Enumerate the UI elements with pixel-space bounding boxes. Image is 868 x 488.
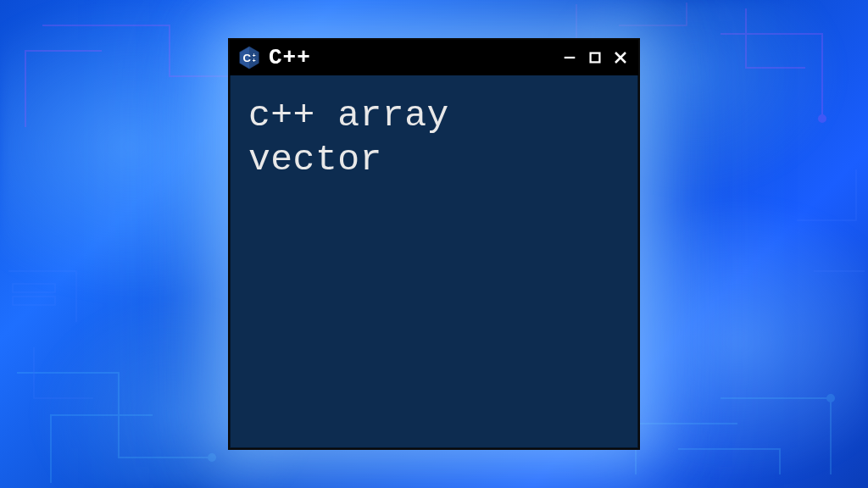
titlebar: C + + C++ bbox=[230, 40, 638, 75]
terminal-line-2: vector bbox=[248, 138, 620, 182]
window-title: C++ bbox=[269, 45, 554, 70]
cpp-icon: C + + bbox=[236, 45, 262, 70]
terminal-window: C + + C++ c++ array vector bbox=[228, 38, 640, 450]
terminal-body: c++ array vector bbox=[230, 75, 638, 200]
svg-text:+: + bbox=[253, 58, 256, 64]
svg-point-0 bbox=[819, 115, 826, 122]
svg-rect-12 bbox=[591, 53, 600, 63]
maximize-button[interactable] bbox=[586, 48, 604, 67]
close-button[interactable] bbox=[611, 48, 630, 67]
svg-text:C: C bbox=[242, 52, 251, 64]
svg-point-2 bbox=[209, 454, 215, 461]
svg-rect-5 bbox=[13, 297, 55, 305]
minimize-button[interactable] bbox=[560, 48, 579, 67]
svg-point-3 bbox=[827, 395, 834, 402]
terminal-line-1: c++ array bbox=[248, 94, 620, 138]
svg-rect-4 bbox=[13, 284, 55, 292]
window-controls bbox=[560, 48, 630, 67]
